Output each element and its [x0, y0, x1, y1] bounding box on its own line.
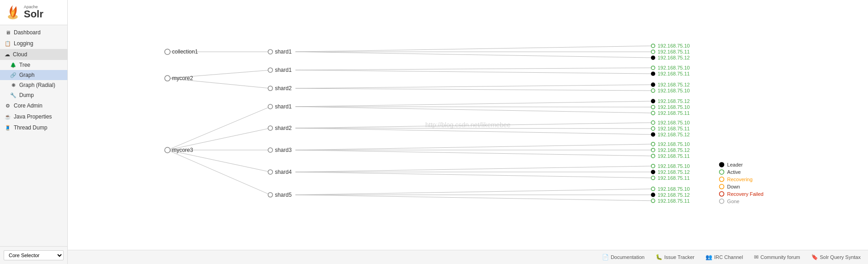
ip-mc2-s1-1-label: 192.168.75.10	[658, 65, 690, 70]
sidebar-item-graph[interactable]: 🔗 Graph	[0, 70, 67, 80]
solr-query-syntax-icon: 🔖	[811, 254, 818, 260]
core-selector[interactable]: Core Selector	[4, 250, 64, 260]
ip-mc3-s2-3-label: 192.168.75.12	[658, 132, 690, 137]
node-c1-shard1[interactable]	[268, 49, 272, 54]
sidebar-item-logging[interactable]: 📋 Logging	[0, 38, 67, 49]
ip-c1-s1-3[interactable]	[651, 56, 655, 59]
ip-mc2-s2-1-label: 192.168.75.12	[658, 82, 690, 87]
node-mycore2[interactable]	[165, 75, 170, 81]
sidebar-item-dashboard[interactable]: 🖥 Dashboard	[0, 27, 67, 38]
ip-mc3-s4-1[interactable]	[651, 164, 655, 168]
logging-icon: 📋	[5, 40, 11, 47]
ip-mc3-s2-1-label: 192.168.75.10	[658, 120, 690, 125]
ip-mc3-s3-1[interactable]	[651, 142, 655, 146]
ip-mc3-s1-3[interactable]	[651, 111, 655, 115]
irc-channel-link[interactable]: 👥 IRC Channel	[705, 254, 743, 260]
ip-mc3-s5-2[interactable]	[651, 193, 655, 197]
issue-tracker-icon: 🐛	[656, 254, 662, 260]
ip-mc3-s2-1[interactable]	[651, 121, 655, 124]
dashboard-label: Dashboard	[14, 29, 41, 36]
nav-items: 🖥 Dashboard 📋 Logging ☁ Cloud 🌲 Tree 🔗 G…	[0, 25, 67, 246]
sidebar-item-graph-radial[interactable]: ❋ Graph (Radial)	[0, 80, 67, 90]
svg-line-26	[295, 166, 653, 172]
ip-mc2-s1-2[interactable]	[651, 72, 655, 75]
legend-leader-label: Leader	[727, 162, 743, 167]
footer: 📄 Documentation 🐛 Issue Tracker 👥 IRC Ch…	[68, 250, 868, 264]
ip-mc3-s5-1[interactable]	[651, 187, 655, 191]
label-mc3-shard1: shard1	[275, 103, 292, 110]
logo-area: Apache Solr	[0, 0, 67, 25]
ip-mc3-s1-2-label: 192.168.75.10	[658, 104, 690, 110]
ip-mc3-s2-2[interactable]	[651, 127, 655, 130]
legend-leader-dot	[719, 162, 724, 167]
legend-recovery-failed-dot	[719, 192, 724, 196]
documentation-link[interactable]: 📄 Documentation	[602, 254, 645, 260]
node-mc2-shard1[interactable]	[268, 68, 272, 72]
sidebar-item-cloud[interactable]: ☁ Cloud	[0, 49, 67, 60]
ip-c1-s1-1[interactable]	[651, 44, 655, 48]
ip-mc3-s4-3[interactable]	[651, 176, 655, 180]
community-forum-icon: ✉	[754, 254, 759, 260]
ip-mc3-s2-2-label: 192.168.75.11	[658, 126, 690, 131]
community-forum-link[interactable]: ✉ Community forum	[754, 254, 800, 260]
dashboard-icon: 🖥	[5, 29, 11, 36]
dump-icon: 🔧	[10, 92, 16, 98]
ip-mc2-s1-1[interactable]	[651, 66, 655, 70]
sidebar-item-thread-dump[interactable]: 🧵 Thread Dump	[0, 122, 67, 133]
irc-channel-icon: 👥	[705, 254, 712, 260]
cloud-icon: ☁	[5, 51, 10, 58]
svg-line-15	[295, 85, 653, 88]
tree-icon: 🌲	[10, 62, 16, 68]
issue-tracker-link[interactable]: 🐛 Issue Tracker	[656, 254, 694, 260]
node-mc3-shard2[interactable]	[268, 126, 272, 130]
graph-icon: 🔗	[10, 72, 16, 78]
main-content: http://blog.csdn.net/likemebee	[68, 0, 868, 264]
ip-mc3-s3-3[interactable]	[651, 154, 655, 158]
issue-tracker-label: Issue Tracker	[664, 254, 694, 260]
svg-line-21	[295, 128, 653, 129]
node-mycore3[interactable]	[165, 147, 170, 153]
ip-mc3-s1-1[interactable]	[651, 99, 655, 103]
ip-mc3-s2-3[interactable]	[651, 133, 655, 136]
node-mc3-shard3[interactable]	[268, 148, 272, 152]
node-mc2-shard2[interactable]	[268, 86, 272, 91]
legend-gone-dot	[719, 199, 724, 204]
dump-label: Dump	[19, 92, 34, 98]
ip-c1-s1-2[interactable]	[651, 50, 655, 54]
sidebar-item-dump[interactable]: 🔧 Dump	[0, 90, 67, 100]
legend-down-dot	[719, 184, 724, 189]
sidebar-item-java-properties[interactable]: ☕ Java Properties	[0, 111, 67, 122]
tree-label: Tree	[19, 62, 30, 68]
label-mc3-shard5: shard5	[275, 192, 292, 198]
svg-line-28	[295, 172, 653, 178]
ip-mc2-s2-2[interactable]	[651, 89, 655, 92]
svg-line-12	[295, 52, 653, 58]
thread-dump-label: Thread Dump	[14, 124, 47, 131]
node-mc3-shard5[interactable]	[268, 193, 272, 197]
label-mc3-shard4: shard4	[275, 169, 292, 175]
ip-mc3-s5-3[interactable]	[651, 199, 655, 203]
svg-line-31	[295, 195, 653, 201]
node-mc3-shard1[interactable]	[268, 104, 272, 109]
ip-mc3-s5-1-label: 192.168.75.10	[658, 186, 690, 192]
java-properties-label: Java Properties	[14, 113, 52, 120]
graph-svg: collection1 mycore2 mycore3 shard1 shard…	[68, 0, 868, 250]
ip-mc3-s3-2[interactable]	[651, 148, 655, 152]
ip-mc3-s4-3-label: 192.168.75.11	[658, 175, 690, 181]
community-forum-label: Community forum	[760, 254, 800, 260]
ip-mc3-s5-2-label: 192.168.75.12	[658, 192, 690, 198]
core-admin-label: Core Admin	[14, 102, 43, 109]
svg-line-16	[295, 88, 653, 91]
svg-line-14	[295, 70, 653, 74]
node-collection1[interactable]	[165, 49, 170, 54]
ip-mc3-s3-3-label: 192.168.75.11	[658, 153, 690, 159]
ip-mc3-s1-2[interactable]	[651, 105, 655, 109]
svg-line-8	[168, 150, 271, 172]
ip-mc2-s2-1[interactable]	[651, 83, 655, 86]
sidebar-item-core-admin[interactable]: ⚙ Core Admin	[0, 100, 67, 111]
solr-query-syntax-link[interactable]: 🔖 Solr Query Syntax	[811, 254, 861, 260]
node-mc3-shard4[interactable]	[268, 170, 272, 174]
ip-mc3-s4-2[interactable]	[651, 170, 655, 174]
label-mycore3: mycore3	[172, 147, 193, 153]
sidebar-item-tree[interactable]: 🌲 Tree	[0, 60, 67, 70]
